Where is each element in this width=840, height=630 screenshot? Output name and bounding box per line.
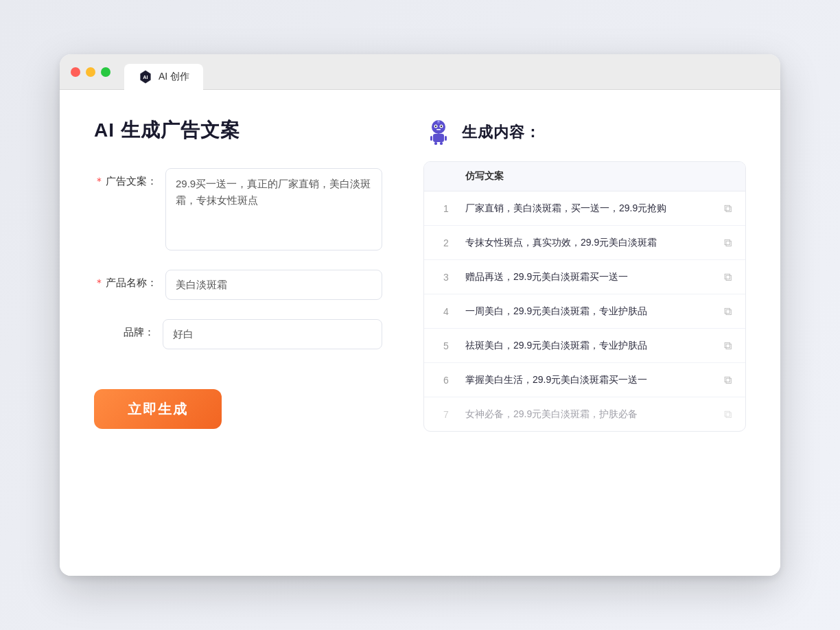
row-text: 掌握美白生活，29.9元美白淡斑霜买一送一 — [465, 373, 713, 387]
svg-rect-8 — [436, 129, 441, 130]
row-number: 7 — [438, 409, 454, 420]
copy-icon[interactable]: ⧉ — [724, 408, 732, 421]
left-panel: AI 生成广告文案 ＊广告文案： ＊产品名称： 品牌： 立即生成 — [94, 117, 382, 548]
titlebar: AI AI 创作 — [60, 54, 780, 90]
svg-rect-3 — [433, 134, 444, 142]
robot-icon — [423, 117, 454, 148]
row-number: 3 — [438, 272, 454, 283]
ad-copy-textarea[interactable] — [165, 168, 382, 250]
result-row: 1厂家直销，美白淡斑霜，买一送一，29.9元抢购⧉ — [424, 191, 745, 226]
svg-rect-11 — [430, 136, 432, 141]
row-text: 专抹女性斑点，真实功效，29.9元美白淡斑霜 — [465, 235, 713, 250]
generate-button[interactable]: 立即生成 — [94, 389, 222, 429]
product-name-input[interactable] — [165, 270, 382, 300]
svg-text:AI: AI — [143, 74, 148, 80]
copy-icon[interactable]: ⧉ — [724, 237, 732, 249]
brand-input[interactable] — [163, 319, 382, 349]
ad-copy-group: ＊广告文案： — [94, 168, 382, 250]
product-name-label: ＊产品名称： — [94, 270, 165, 290]
right-panel: 生成内容： 仿写文案 1厂家直销，美白淡斑霜，买一送一，29.9元抢购⧉2专抹女… — [423, 117, 746, 548]
row-number: 5 — [438, 340, 454, 351]
row-text: 厂家直销，美白淡斑霜，买一送一，29.9元抢购 — [465, 201, 713, 215]
required-star: ＊ — [94, 175, 104, 187]
page-title: AI 生成广告文案 — [94, 117, 382, 143]
product-name-group: ＊产品名称： — [94, 270, 382, 300]
svg-rect-12 — [445, 136, 447, 141]
result-row: 4一周美白，29.9元美白淡斑霜，专业护肤品⧉ — [424, 294, 745, 329]
brand-group: 品牌： — [94, 319, 382, 349]
row-number: 4 — [438, 306, 454, 317]
tab-label: AI 创作 — [159, 71, 189, 83]
copy-icon[interactable]: ⧉ — [724, 374, 732, 386]
browser-window: AI AI 创作 AI 生成广告文案 ＊广告文案： ＊产品名称： — [60, 54, 780, 576]
result-table: 仿写文案 1厂家直销，美白淡斑霜，买一送一，29.9元抢购⧉2专抹女性斑点，真实… — [423, 161, 746, 432]
traffic-lights — [71, 67, 110, 77]
copy-icon[interactable]: ⧉ — [724, 202, 732, 215]
ai-tab-icon: AI — [138, 69, 153, 84]
result-table-header: 仿写文案 — [424, 162, 745, 191]
main-content: AI 生成广告文案 ＊广告文案： ＊产品名称： 品牌： 立即生成 — [60, 90, 780, 576]
copy-icon[interactable]: ⧉ — [724, 340, 732, 352]
row-number: 1 — [438, 203, 454, 214]
result-row: 3赠品再送，29.9元美白淡斑霜买一送一⧉ — [424, 260, 745, 294]
row-text: 赠品再送，29.9元美白淡斑霜买一送一 — [465, 270, 713, 284]
row-number: 2 — [438, 237, 454, 248]
result-header: 生成内容： — [423, 117, 746, 148]
result-rows-container: 1厂家直销，美白淡斑霜，买一送一，29.9元抢购⧉2专抹女性斑点，真实功效，29… — [424, 191, 745, 431]
row-number: 6 — [438, 375, 454, 386]
brand-label: 品牌： — [94, 319, 163, 339]
product-required-star: ＊ — [94, 277, 104, 288]
svg-rect-13 — [434, 142, 437, 145]
result-row: 2专抹女性斑点，真实功效，29.9元美白淡斑霜⧉ — [424, 226, 745, 260]
result-title: 生成内容： — [462, 122, 541, 143]
result-row: 7女神必备，29.9元美白淡斑霜，护肤必备⧉ — [424, 397, 745, 431]
close-button[interactable] — [71, 67, 80, 77]
row-text: 女神必备，29.9元美白淡斑霜，护肤必备 — [465, 407, 713, 421]
copy-icon[interactable]: ⧉ — [724, 305, 732, 318]
ai-tab[interactable]: AI AI 创作 — [124, 64, 203, 90]
result-row: 5祛斑美白，29.9元美白淡斑霜，专业护肤品⧉ — [424, 329, 745, 363]
svg-point-7 — [441, 126, 442, 127]
row-text: 祛斑美白，29.9元美白淡斑霜，专业护肤品 — [465, 338, 713, 353]
row-text: 一周美白，29.9元美白淡斑霜，专业护肤品 — [465, 304, 713, 318]
svg-rect-14 — [440, 142, 443, 145]
minimize-button[interactable] — [86, 67, 95, 77]
copy-icon[interactable]: ⧉ — [724, 271, 732, 283]
svg-point-6 — [435, 126, 436, 127]
result-row: 6掌握美白生活，29.9元美白淡斑霜买一送一⧉ — [424, 363, 745, 397]
ad-copy-label: ＊广告文案： — [94, 168, 165, 188]
maximize-button[interactable] — [101, 67, 110, 77]
svg-point-10 — [438, 120, 440, 122]
